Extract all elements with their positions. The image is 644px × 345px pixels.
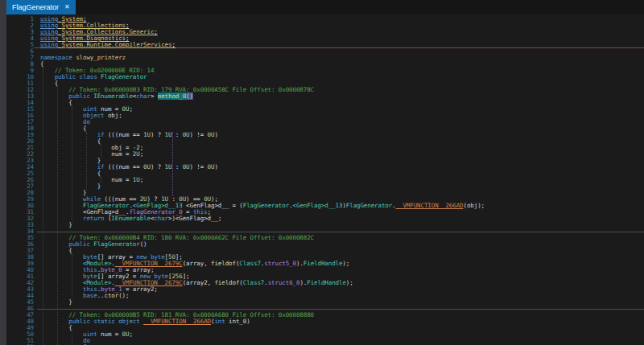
- token-type: FlagGenerator: [93, 240, 139, 248]
- token-kw: int: [214, 318, 225, 325]
- token-ns: slowy_printerz: [76, 54, 126, 61]
- code-text: using System.Runtime.CompilerServices;: [40, 42, 644, 48]
- token-pln: (array2,: [183, 279, 215, 286]
- token-pln: ) ?: [151, 163, 165, 170]
- code-line: 13 public IEnumerable<char> method_0(): [6, 93, 644, 100]
- code-line: 27 }: [6, 183, 644, 190]
- token-pln: ) !=: [190, 163, 208, 170]
- token-pln: ..: [97, 292, 105, 299]
- line-number: 41: [6, 273, 40, 280]
- token-pln: );: [346, 279, 353, 286]
- token-pln: ;: [129, 331, 132, 338]
- token-kw: object: [118, 318, 140, 325]
- token-ns: System.Runtime.CompilerServices: [62, 41, 172, 48]
- token-pln: (((num ==: [105, 131, 144, 138]
- line-number: 38: [6, 254, 40, 261]
- code-line: 22 num = 2U;: [6, 151, 644, 158]
- code-text: if (((num == 0U) ? 1U : 0U) != 0U): [40, 164, 644, 170]
- line-number: 46: [6, 306, 40, 312]
- code-text: public FlagGenerator(): [40, 241, 644, 248]
- token-pln: int_0): [225, 318, 250, 325]
- code-text: public IEnumerable<char> method_0(): [40, 93, 644, 100]
- code-text: public class FlagGenerator: [40, 74, 644, 80]
- token-pln: (obj);: [464, 202, 485, 209]
- tab-close-icon[interactable]: ✕: [64, 4, 70, 10]
- line-number: 17: [6, 119, 40, 125]
- code-line: 50 uint num = 0U;: [6, 331, 644, 338]
- line-number: 28: [6, 190, 40, 196]
- token-kw: static: [93, 318, 115, 325]
- code-text: do: [40, 119, 644, 125]
- token-pln: obj;: [105, 112, 122, 119]
- line-number: 44: [6, 293, 40, 299]
- token-pln: :: [171, 131, 182, 138]
- code-text: }: [40, 183, 644, 190]
- token-methhl: method_0: [158, 92, 186, 100]
- token-num: 0U: [143, 163, 151, 170]
- code-text: if (((num == 1U) ? 1U : 0U) != 0U): [40, 132, 644, 138]
- code-text: [40, 48, 644, 55]
- line-number: 12: [6, 87, 40, 93]
- token-pln: ): [214, 163, 217, 170]
- line-number: 30: [6, 203, 40, 209]
- left-splitter[interactable]: [0, 0, 6, 345]
- token-pln: ).: [296, 260, 303, 267]
- token-kw: namespace: [40, 54, 72, 61]
- code-line: 36 public FlagGenerator(): [6, 241, 644, 248]
- code-line: 48 public static object __VMFUNCTION__26…: [6, 318, 644, 325]
- line-number: 22: [6, 151, 40, 158]
- token-pln: ): [214, 131, 217, 138]
- code-line: 44 base..ctor();: [6, 293, 644, 299]
- line-number: 27: [6, 183, 40, 190]
- token-type: Class7: [243, 279, 265, 286]
- token-vm: __VMFUNCTION__266AD: [143, 318, 211, 325]
- code-text: namespace slowy_printerz: [40, 55, 644, 61]
- code-line: 24 if (((num == 0U) ? 1U : 0U) != 0U): [6, 164, 644, 170]
- token-type: FlagGenerator: [243, 202, 289, 209]
- line-number: 33: [6, 222, 40, 228]
- line-number: 13: [6, 93, 40, 100]
- code-line: 19 if (((num == 1U) ? 1U : 0U) != 0U): [6, 132, 644, 138]
- code-line: 26 num = 1U;: [6, 177, 644, 183]
- token-kw: using: [40, 41, 58, 48]
- line-number: 6: [6, 48, 40, 55]
- code-text: uint num = 0U;: [40, 106, 644, 113]
- line-number: 3: [6, 29, 40, 35]
- line-number: 49: [6, 325, 40, 331]
- line-number: 40: [6, 267, 40, 273]
- line-number: 19: [6, 132, 40, 138]
- line-number: 14: [6, 100, 40, 106]
- code-line: 16 object obj;: [6, 113, 644, 119]
- code-editor[interactable]: 1using System;2using System.Collections;…: [6, 14, 644, 345]
- token-pln: >)<GenFlag>d__;: [168, 215, 221, 222]
- line-number: 34: [6, 228, 40, 235]
- code-lines: 1using System;2using System.Collections;…: [6, 16, 644, 345]
- code-line: 5using System.Runtime.CompilerServices;: [6, 42, 644, 48]
- token-pln: ;: [154, 28, 157, 35]
- token-type: FieldHandle: [303, 260, 343, 267]
- token-meth: fieldof: [211, 260, 236, 267]
- code-line: 17 do: [6, 119, 644, 125]
- line-number: 7: [6, 55, 40, 61]
- code-text: num = 2U;: [40, 151, 644, 158]
- code-text: this.byte_1 = array2;: [40, 286, 644, 293]
- line-number: 20: [6, 138, 40, 145]
- token-kw: char: [136, 92, 151, 100]
- token-vm: __VMFUNCTION__266AD: [396, 202, 464, 209]
- token-type: IEnumerable: [111, 215, 151, 222]
- token-pln: >: [151, 92, 158, 100]
- token-pln: ;: [140, 150, 143, 158]
- token-type: FieldHandle: [307, 279, 346, 286]
- token-type: FlagGenerator: [346, 202, 392, 209]
- code-text: }: [40, 222, 644, 228]
- token-pln: ).: [299, 279, 307, 286]
- token-fld: struct6_0: [268, 279, 300, 286]
- line-number: 31: [6, 209, 40, 216]
- code-text: object obj;: [40, 113, 644, 119]
- line-number: 36: [6, 241, 40, 248]
- token-kw: base: [83, 292, 97, 299]
- code-line: 45 }: [6, 299, 644, 306]
- tab-flaggenerator[interactable]: FlagGenerator ✕: [6, 0, 76, 14]
- line-number: 47: [6, 312, 40, 318]
- line-number: 32: [6, 216, 40, 222]
